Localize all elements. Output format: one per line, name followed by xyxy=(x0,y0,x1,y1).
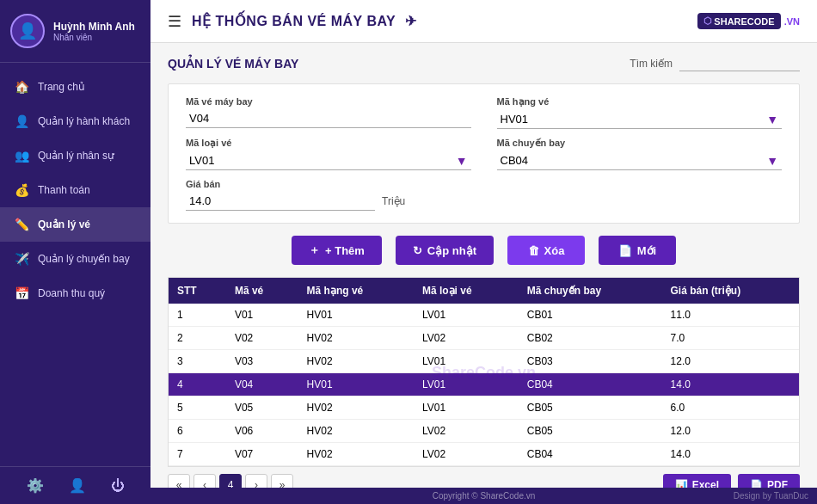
file-icon: 📄 xyxy=(618,244,632,257)
nav-label-nhan-su: Quản lý nhân sự xyxy=(38,150,114,162)
cell-ma-ve: V02 xyxy=(226,327,298,350)
page-first-button[interactable]: « xyxy=(168,474,190,488)
page-last-button[interactable]: » xyxy=(271,474,293,488)
ma-chuyen-bay-arrow-icon: ▼ xyxy=(766,154,782,168)
xoa-button[interactable]: 🗑 Xóa xyxy=(507,236,585,265)
page-current-button[interactable]: 4 xyxy=(219,474,242,488)
action-bar: ＋ + Thêm ↻ Cập nhật 🗑 Xóa 📄 Mới xyxy=(168,236,800,265)
ma-ve-input[interactable] xyxy=(186,109,471,128)
cell-gia-ban: 12.0 xyxy=(662,420,799,443)
cell-ma-loai-ve: LV02 xyxy=(414,443,519,466)
cell-ma-loai-ve: LV01 xyxy=(414,304,519,327)
topbar-plane-icon: ✈ xyxy=(405,14,417,28)
sidebar-item-trang-chu[interactable]: 🏠Trang chủ xyxy=(0,70,150,104)
cell-ma-loai-ve: LV01 xyxy=(414,396,519,420)
table-body: 1 V01 HV01 LV01 CB01 11.0 2 V02 HV02 LV0… xyxy=(169,304,799,466)
table-row[interactable]: 4 V04 HV01 LV01 CB04 14.0 xyxy=(169,373,799,396)
table-row[interactable]: 7 V07 HV02 LV02 CB04 14.0 xyxy=(169,443,799,466)
table-header: STT Mã vé Mã hạng vé Mã loại vé Mã chuyế… xyxy=(169,278,799,304)
nav-icon-trang-chu: 🏠 xyxy=(14,80,29,94)
them-button[interactable]: ＋ + Thêm xyxy=(292,236,382,265)
them-label: + Thêm xyxy=(325,244,365,257)
cell-stt: 7 xyxy=(169,443,226,466)
table-row[interactable]: 1 V01 HV01 LV01 CB01 11.0 xyxy=(169,304,799,327)
logo-badge: ⬡ SHARECODE xyxy=(697,13,780,29)
cell-ma-hang-ve: HV02 xyxy=(298,350,414,373)
ma-loai-ve-label: Mã loại vé xyxy=(186,138,471,149)
ma-chuyen-bay-select[interactable]: CB01CB02CB03CB04CB05 xyxy=(497,151,767,169)
ma-hang-ve-select[interactable]: HV01HV02HV03 xyxy=(497,110,767,128)
gia-ban-label: Giá bán xyxy=(186,179,782,189)
cell-gia-ban: 7.0 xyxy=(662,327,799,350)
nav-icon-nhan-su: 👥 xyxy=(14,149,29,163)
table-row[interactable]: 2 V02 HV02 LV02 CB02 7.0 xyxy=(169,327,799,350)
search-input[interactable] xyxy=(679,55,800,71)
data-table: STT Mã vé Mã hạng vé Mã loại vé Mã chuyế… xyxy=(169,278,799,466)
content-area: QUẢN LÝ VÉ MÁY BAY Tìm kiếm Mã vé máy ba… xyxy=(150,43,817,488)
nav-icon-hanh-khach: 👤 xyxy=(14,114,29,128)
sidebar-item-ve[interactable]: ✏️Quản lý vé xyxy=(0,207,150,242)
gia-ban-input[interactable] xyxy=(186,192,375,211)
col-gia-ban: Giá bán (triệu) xyxy=(662,278,799,304)
search-area: Tìm kiếm xyxy=(630,55,800,71)
cell-ma-chuyen-bay: CB05 xyxy=(519,396,662,420)
page-next-button[interactable]: › xyxy=(245,474,267,488)
nav-label-trang-chu: Trang chủ xyxy=(38,81,85,93)
main-content: ☰ HỆ THỐNG BÁN VÉ MÁY BAY ✈ ⬡ SHARECODE … xyxy=(150,0,817,504)
table-row[interactable]: 5 V05 HV02 LV01 CB05 6.0 xyxy=(169,396,799,420)
nav-icon-ve: ✏️ xyxy=(14,218,29,231)
export-buttons: 📊 Excel 📄 PDF xyxy=(663,474,800,488)
hamburger-icon[interactable]: ☰ xyxy=(168,12,181,31)
footer-copyright: Copyright © ShareCode.vn xyxy=(433,491,536,501)
sidebar-item-chuyen-bay[interactable]: ✈️Quản lý chuyến bay xyxy=(0,242,150,276)
moi-label: Mới xyxy=(637,244,656,257)
pdf-button[interactable]: 📄 PDF xyxy=(738,474,800,488)
topbar-title-text: HỆ THỐNG BÁN VÉ MÁY BAY xyxy=(192,14,396,28)
excel-button[interactable]: 📊 Excel xyxy=(663,474,731,488)
cap-nhat-label: Cập nhật xyxy=(427,244,476,257)
moi-button[interactable]: 📄 Mới xyxy=(599,236,676,265)
table-container: ShareCode.vn STT Mã vé Mã hạng vé Mã loạ… xyxy=(168,277,800,467)
logout-icon[interactable]: ⏻ xyxy=(111,478,125,494)
page-title: QUẢN LÝ VÉ MÁY BAY xyxy=(168,57,298,71)
user-icon[interactable]: 👤 xyxy=(69,477,86,494)
excel-label: Excel xyxy=(692,479,719,488)
ma-hang-ve-label: Mã hạng vé xyxy=(497,96,783,108)
profile-role: Nhân viên xyxy=(53,33,135,42)
cell-stt: 4 xyxy=(169,373,226,396)
ma-loai-ve-arrow-icon: ▼ xyxy=(456,154,471,168)
cell-ma-chuyen-bay: CB02 xyxy=(519,327,662,350)
table-row[interactable]: 6 V06 HV02 LV02 CB05 12.0 xyxy=(169,420,799,443)
footer: Copyright © ShareCode.vn Design by TuanD… xyxy=(150,488,817,504)
sidebar-item-doanh-thu[interactable]: 📅Doanh thu quý xyxy=(0,276,150,310)
ma-loai-ve-select[interactable]: LV01LV02LV03 xyxy=(186,151,456,169)
table-row[interactable]: 3 V03 HV02 LV01 CB03 12.0 xyxy=(169,350,799,373)
nav-icon-chuyen-bay: ✈️ xyxy=(14,252,29,266)
cell-ma-ve: V04 xyxy=(226,373,298,396)
ma-chuyen-bay-wrapper: CB01CB02CB03CB04CB05 ▼ xyxy=(497,151,783,170)
nav-label-chuyen-bay: Quản lý chuyến bay xyxy=(38,253,130,265)
cell-ma-chuyen-bay: CB04 xyxy=(519,373,662,396)
form-grid: Mã vé máy bay Mã hạng vé HV01HV02HV03 ▼ … xyxy=(168,83,800,224)
cell-ma-loai-ve: LV02 xyxy=(414,420,519,443)
topbar-logo: ⬡ SHARECODE .VN xyxy=(697,13,800,29)
cell-ma-ve: V05 xyxy=(226,396,298,420)
sidebar-profile: 👤 Huỳnh Minh Anh Nhân viên xyxy=(0,0,150,63)
page-prev-button[interactable]: ‹ xyxy=(194,474,216,488)
cap-nhat-button[interactable]: ↻ Cập nhật xyxy=(396,236,494,265)
sidebar-item-hanh-khach[interactable]: 👤Quản lý hành khách xyxy=(0,104,150,138)
form-group-ma-hang-ve: Mã hạng vé HV01HV02HV03 ▼ xyxy=(497,96,783,129)
settings-icon[interactable]: ⚙️ xyxy=(27,477,44,494)
cell-ma-chuyen-bay: CB05 xyxy=(519,420,662,443)
cell-ma-loai-ve: LV01 xyxy=(414,350,519,373)
cell-stt: 6 xyxy=(169,420,226,443)
form-group-ma-ve: Mã vé máy bay xyxy=(186,96,471,129)
sidebar-item-nhan-su[interactable]: 👥Quản lý nhân sự xyxy=(0,138,150,173)
sidebar-item-thanh-toan[interactable]: 💰Thanh toán xyxy=(0,173,150,207)
ma-ve-label: Mã vé máy bay xyxy=(186,96,471,107)
logo-text: SHARECODE xyxy=(714,16,774,27)
profile-info: Huỳnh Minh Anh Nhân viên xyxy=(53,21,135,42)
cell-ma-chuyen-bay: CB01 xyxy=(519,304,662,327)
col-ma-hang-ve: Mã hạng vé xyxy=(298,278,414,304)
cell-stt: 3 xyxy=(169,350,226,373)
